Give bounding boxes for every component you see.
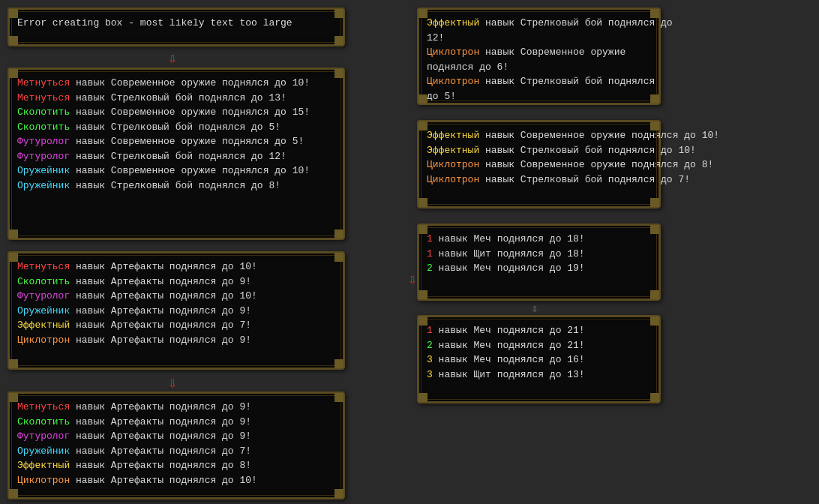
- error-box: Error creating box - most likely text to…: [8, 8, 345, 46]
- line-b2-5: Эффектный навык Артефакты поднялся до 7!: [17, 318, 335, 333]
- line-b3-2: Сколотить навык Артефакты поднялся до 9!: [17, 415, 335, 430]
- line-7: Оружейник навык Современное оружие подня…: [17, 164, 335, 178]
- line-b3-6: Циклотрон навык Артефакты поднялся до 10…: [17, 473, 335, 488]
- line-b3-5: Эффектный навык Артефакты поднялся до 8!: [17, 458, 335, 473]
- line-b2-3: Футуролог навык Артефакты поднялся до 10…: [17, 289, 335, 304]
- line-b5-3: Циклотрон навык Современное оружие подня…: [427, 158, 651, 172]
- line-b3-1: Метнуться навык Артефакты поднялся до 9!: [17, 400, 335, 415]
- arrow-down-3: ⇩: [398, 270, 428, 289]
- line-5: Футуролог навык Современное оружие подня…: [17, 134, 335, 149]
- line-b7-4: 3 навык Щит поднялся до 13!: [427, 368, 651, 382]
- line-b5-1: Эффектный навык Современное оружие подня…: [427, 128, 651, 143]
- line-b4-2b: поднялся до 6!: [427, 60, 651, 75]
- line-b7-1: 1 навык Меч поднялся до 21!: [427, 323, 651, 338]
- line-b2-6: Циклотрон навык Артефакты поднялся до 9!: [17, 333, 335, 348]
- line-b4-1: Эффектный навык Стрелковый бой поднялся …: [427, 16, 651, 31]
- line-6: Футуролог навык Стрелковый бой поднялся …: [17, 149, 335, 164]
- skills-box-4: Эффектный навык Стрелковый бой поднялся …: [417, 8, 661, 105]
- line-b4-2: Циклотрон навык Современное оружие: [427, 45, 651, 60]
- skills-box-2: Метнуться навык Артефакты поднялся до 10…: [8, 251, 345, 370]
- line-b7-2: 2 навык Меч поднялся до 21!: [427, 338, 651, 353]
- line-b3-4: Оружейник навык Артефакты поднялся до 7!: [17, 444, 335, 459]
- line-b4-3: Циклотрон навык Стрелковый бой поднялся: [427, 74, 651, 89]
- line-1: Метнуться навык Современное оружие подня…: [17, 76, 335, 91]
- line-b6-3: 2 навык Меч поднялся до 19!: [427, 261, 651, 276]
- skills-box-6: 1 навык Меч поднялся до 18! 1 навык Щит …: [417, 224, 661, 301]
- line-b2-1: Метнуться навык Артефакты поднялся до 10…: [17, 260, 335, 274]
- line-b5-2: Эффектный навык Стрелковый бой поднялся …: [427, 143, 651, 158]
- line-b2-4: Оружейник навык Артефакты поднялся до 9!: [17, 304, 335, 319]
- line-b6-1: 1 навык Меч поднялся до 18!: [427, 232, 651, 247]
- line-b7-3: 3 навык Меч поднялся до 16!: [427, 352, 651, 368]
- skills-box-1: Метнуться навык Современное оружие подня…: [8, 68, 345, 240]
- line-2: Метнуться навык Стрелковый бой поднялся …: [17, 91, 335, 106]
- skills-box-7: 1 навык Меч поднялся до 21! 2 навык Меч …: [417, 315, 661, 404]
- line-b6-2: 1 навык Щит поднялся до 18!: [427, 247, 651, 262]
- line-b4-1b: 12!: [427, 31, 651, 46]
- error-text: Error creating box - most likely text to…: [17, 16, 335, 31]
- line-3: Сколотить навык Современное оружие подня…: [17, 105, 335, 120]
- arrow-down-1: ⇩: [158, 49, 188, 68]
- line-b5-4: Циклотрон навык Стрелковый бой поднялся …: [427, 172, 651, 188]
- arrow-down-2: ⇩: [158, 374, 188, 392]
- line-8: Оружейник навык Стрелковый бой поднялся …: [17, 178, 335, 194]
- line-b4-3b: до 5!: [427, 89, 651, 104]
- line-b2-2: Сколотить навык Артефакты поднялся до 9!: [17, 274, 335, 290]
- skills-box-3: Метнуться навык Артефакты поднялся до 9!…: [8, 392, 345, 500]
- line-4: Сколотить навык Стрелковый бой поднялся …: [17, 120, 335, 135]
- skills-box-5: Эффектный навык Современное оружие подня…: [417, 120, 661, 208]
- arrow-down-4: ⇩: [520, 302, 550, 315]
- line-b3-3: Футуролог навык Артефакты поднялся до 9!: [17, 429, 335, 444]
